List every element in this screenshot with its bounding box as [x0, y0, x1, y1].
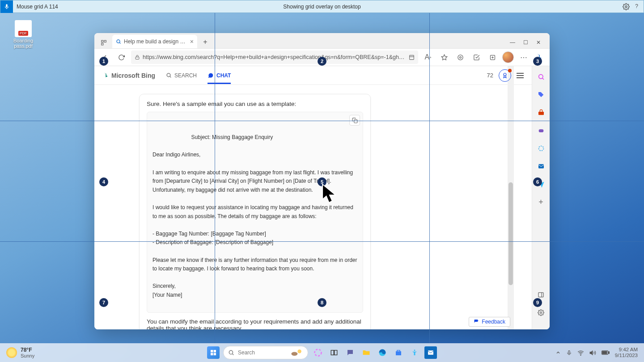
favorites-icon[interactable]	[470, 51, 483, 63]
profile-avatar[interactable]	[502, 51, 514, 63]
weather-desc: Sunny	[21, 353, 34, 358]
window-minimize-icon[interactable]: —	[510, 39, 515, 46]
voice-command-text: Mouse grid A 114	[13, 4, 58, 10]
svg-rect-2	[104, 40, 106, 42]
tab-actions-icon[interactable]	[98, 37, 110, 48]
task-view-icon[interactable]	[328, 346, 340, 359]
accessibility-icon[interactable]	[408, 346, 421, 359]
back-icon[interactable]	[99, 51, 111, 63]
search-icon[interactable]	[536, 72, 547, 82]
address-bar: https://www.bing.com/search?q=Help+me+bu…	[94, 48, 550, 66]
svg-point-41	[414, 349, 415, 351]
tab-close-icon[interactable]: ×	[190, 38, 194, 45]
search-icon	[116, 39, 121, 44]
voice-access-bar: Mouse grid A 114 Showing grid overlay on…	[0, 0, 644, 13]
sidebar-toggle-icon[interactable]	[536, 289, 547, 300]
tray-mic-icon[interactable]	[566, 350, 572, 356]
svg-marker-9	[441, 55, 447, 60]
svg-line-16	[170, 76, 171, 77]
mail-taskbar-icon[interactable]	[424, 346, 437, 359]
collections-icon[interactable]	[486, 51, 499, 63]
help-icon[interactable]: ?	[635, 3, 638, 10]
shopping-tag-icon[interactable]	[536, 89, 547, 100]
wifi-icon[interactable]	[577, 349, 584, 356]
window-close-icon[interactable]: ✕	[536, 39, 541, 46]
svg-rect-25	[538, 164, 544, 168]
svg-point-35	[291, 352, 297, 356]
lock-icon	[135, 55, 140, 60]
m365-icon[interactable]	[536, 143, 547, 154]
svg-rect-48	[602, 351, 607, 354]
chat-taskbar-icon[interactable]	[344, 346, 356, 359]
svg-point-4	[117, 40, 120, 43]
battery-icon[interactable]	[602, 350, 610, 355]
hamburger-icon[interactable]	[517, 73, 524, 78]
chat-area: Sure. Here's a sample email you can use …	[94, 85, 532, 329]
games-icon[interactable]	[536, 125, 547, 136]
svg-point-44	[580, 354, 581, 355]
extensions-icon[interactable]	[454, 51, 466, 63]
svg-point-0	[625, 6, 627, 8]
page-content: Microsoft Bing SEARCH CHAT 72	[94, 66, 532, 329]
read-aloud-icon[interactable]: A»	[422, 51, 434, 63]
refresh-icon[interactable]	[115, 51, 127, 63]
voice-status-text: Showing grid overlay on desktop	[283, 4, 360, 10]
nav-search[interactable]: SEARCH	[166, 72, 197, 79]
copy-icon[interactable]	[349, 115, 360, 126]
svg-rect-31	[211, 353, 213, 355]
taskbar-search[interactable]: Search	[223, 346, 308, 359]
nav-chat[interactable]: CHAT	[208, 72, 231, 84]
svg-rect-26	[538, 292, 543, 297]
settings-icon[interactable]	[623, 3, 630, 10]
email-template-text: Subject: Missing Baggage Enquiry Dear In…	[153, 134, 359, 298]
svg-point-36	[297, 349, 301, 353]
volume-icon[interactable]	[589, 349, 596, 356]
add-sidebar-icon[interactable]: +	[536, 197, 547, 207]
sun-icon	[6, 347, 17, 358]
windows-taskbar: 78°F Sunny Search 9:42 AM 9/11/2023	[0, 343, 644, 362]
svg-rect-1	[102, 40, 103, 42]
feedback-button[interactable]: Feedback	[469, 317, 510, 327]
store-icon[interactable]	[392, 346, 405, 359]
copilot-taskbar-icon[interactable]	[312, 346, 324, 359]
window-maximize-icon[interactable]: ☐	[523, 39, 528, 46]
new-tab-button[interactable]: +	[199, 36, 212, 48]
edge-taskbar-icon[interactable]	[376, 346, 389, 359]
tools-icon[interactable]	[536, 107, 547, 118]
svg-marker-45	[590, 351, 593, 355]
svg-point-28	[540, 311, 542, 313]
start-icon[interactable]	[207, 346, 220, 359]
url-field[interactable]: https://www.bing.com/search?q=Help+me+bu…	[131, 51, 418, 64]
taskbar-clock[interactable]: 9:42 AM 9/11/2023	[615, 347, 638, 358]
svg-rect-6	[136, 57, 139, 59]
svg-rect-43	[568, 350, 570, 353]
message-outro: You can modify the email according to yo…	[147, 318, 363, 329]
assistant-message: Sure. Here's a sample email you can use …	[139, 94, 371, 329]
svg-rect-3	[102, 43, 103, 45]
tray-chevron-icon[interactable]	[555, 350, 561, 355]
tab-title: Help me build a design specificat	[124, 38, 187, 45]
outlook-icon[interactable]	[536, 161, 547, 172]
microphone-icon[interactable]	[0, 0, 13, 13]
svg-rect-32	[214, 353, 216, 355]
favorites-star-icon[interactable]	[438, 51, 450, 63]
svg-point-20	[538, 75, 542, 79]
svg-line-5	[119, 42, 120, 43]
browser-tab[interactable]: Help me build a design specificat ×	[112, 35, 197, 48]
bing-copilot-icon[interactable]	[534, 51, 545, 63]
rewards-points: 72	[487, 72, 493, 79]
desktop-file-label: Boarding pass.pdf	[10, 38, 37, 49]
svg-rect-7	[410, 55, 414, 59]
taskbar-weather[interactable]: 78°F Sunny	[6, 347, 34, 358]
sidebar-settings-icon[interactable]	[536, 307, 547, 318]
svg-point-11	[459, 56, 461, 58]
drop-icon[interactable]	[536, 179, 547, 189]
svg-rect-30	[214, 350, 216, 352]
pdf-icon	[15, 20, 32, 37]
more-icon[interactable]: ⋯	[517, 51, 530, 63]
desktop-file-boarding-pass[interactable]: Boarding pass.pdf	[10, 20, 37, 49]
bing-logo[interactable]: Microsoft Bing	[102, 72, 155, 79]
rewards-icon[interactable]	[499, 69, 511, 82]
explorer-icon[interactable]	[360, 346, 373, 359]
app-icon[interactable]	[409, 55, 415, 60]
